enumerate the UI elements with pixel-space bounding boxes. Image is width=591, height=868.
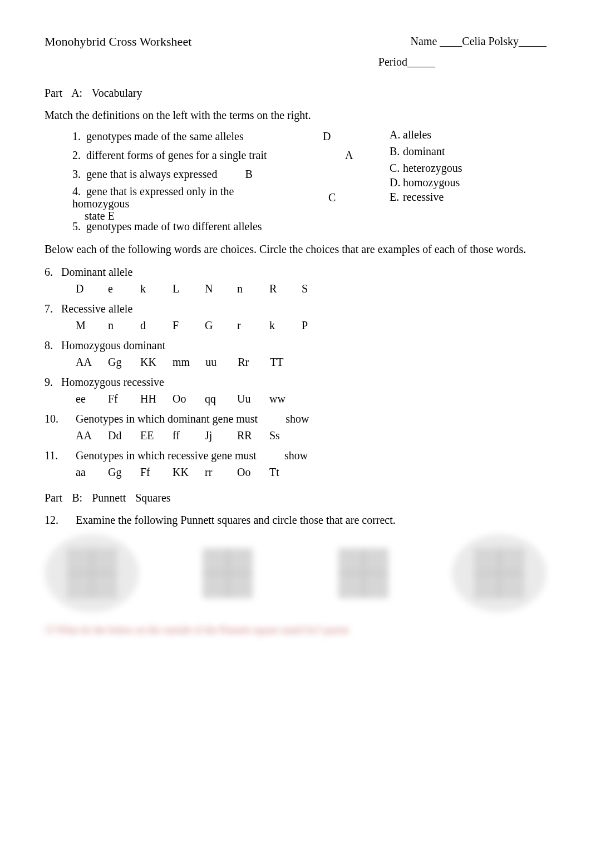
part-a-part: Part	[45, 87, 62, 99]
period-row: Period_____	[45, 54, 546, 70]
q7-choices: M n d F G r k P	[45, 318, 546, 333]
q8-c2: KK	[140, 354, 157, 370]
q6: 6.Dominant allele D e k L N n R S	[45, 264, 546, 296]
q11-choices: aa Gg Ff KK rr Oo Tt	[45, 464, 546, 480]
q6-title: Dominant allele	[61, 266, 132, 278]
punnett-3	[316, 534, 411, 612]
q6-num: 6.	[45, 264, 61, 280]
q11: 11. Genotypes in which recessive gene mu…	[45, 448, 546, 480]
q9-num: 9.	[45, 374, 61, 390]
q7-c2: d	[140, 318, 157, 333]
q9-c4: qq	[205, 391, 221, 406]
term-d-text: homozygous	[403, 176, 460, 189]
punnett-4	[452, 534, 546, 612]
def-4-num: 4.	[72, 185, 81, 197]
student-name: Celia Polsky	[462, 35, 519, 47]
part-b-heading: Part B: Punnett Squares	[45, 490, 546, 505]
q6-c0: D	[76, 281, 92, 296]
term-e-text: recessive	[403, 191, 444, 203]
punnett-1	[45, 534, 139, 612]
def-1: 1. genotypes made of the same alleles	[72, 128, 289, 144]
q9-c1: Ff	[108, 391, 125, 406]
term-d-letter: D.	[390, 176, 403, 189]
def-1-text: genotypes made of the same alleles	[86, 130, 244, 142]
q10-num: 10.	[45, 411, 65, 426]
q8-c4: uu	[205, 354, 222, 370]
def-4-text: gene that is expressed only in the homoz…	[72, 185, 234, 210]
q11-c1: Gg	[108, 464, 125, 480]
terms-list: A.alleles B.dominant C.heterozygous D.ho…	[390, 128, 546, 237]
q10-title: Genotypes in which dominant gene must	[76, 411, 258, 426]
circle-instructions: Below each of the following words are ch…	[45, 242, 546, 256]
name-line: Name ____Celia Polsky_____	[411, 33, 546, 51]
q11-c5: Oo	[237, 464, 254, 480]
q7-c1: n	[108, 318, 125, 333]
part-a-letter: A:	[71, 87, 82, 99]
q10-c4: Jj	[205, 428, 221, 443]
part-b-text2: Squares	[135, 492, 170, 504]
q10-c0: AA	[76, 428, 92, 443]
q7-num: 7.	[45, 301, 61, 316]
punnett-squares-row	[45, 534, 546, 612]
q9-c6: ww	[269, 391, 286, 406]
q8-c1: Gg	[108, 354, 125, 370]
def-5-num: 5.	[72, 220, 81, 232]
def-1-num: 1.	[72, 130, 81, 142]
q10-c2: EE	[140, 428, 157, 443]
def-2-num: 2.	[72, 149, 81, 161]
q12-num: 12.	[45, 512, 65, 528]
name-trail: _____	[519, 35, 546, 47]
q9-c5: Uu	[237, 391, 254, 406]
q12: 12. Examine the following Punnett square…	[45, 512, 546, 528]
q8-c3: mm	[173, 354, 190, 370]
term-e-letter: E.	[390, 191, 403, 203]
q7-c6: k	[269, 318, 286, 333]
part-b-part: Part	[45, 492, 62, 504]
definitions-list: 1. genotypes made of the same alleles 2.…	[45, 128, 289, 237]
q8-title: Homozygous dominant	[61, 339, 165, 351]
q11-title: Genotypes in which recessive gene must	[76, 448, 257, 463]
q10-c3: ff	[173, 428, 189, 443]
q13-blurred: 13 What do the letters on the outside of…	[45, 623, 546, 637]
q8-c5: Rr	[238, 354, 254, 370]
def-3-text: gene that is always expressed	[86, 168, 217, 180]
period-label: Period_____	[378, 56, 435, 68]
q6-c1: e	[108, 281, 125, 296]
term-e: E.recessive	[390, 191, 546, 203]
term-c-text: heterozygous	[403, 162, 462, 174]
q8-choices: AA Gg KK mm uu Rr TT	[45, 354, 546, 370]
q11-c6: Tt	[269, 464, 286, 480]
q10-c1: Dd	[108, 428, 125, 443]
term-a-letter: A.	[390, 128, 403, 141]
header-row: Monohybrid Cross Worksheet Name ____Celi…	[45, 33, 546, 51]
q9-choices: ee Ff HH Oo qq Uu ww	[45, 391, 546, 406]
q6-c7: S	[302, 281, 318, 296]
term-a: A.alleles	[390, 128, 546, 141]
q8: 8.Homozygous dominant AA Gg KK mm uu Rr …	[45, 338, 546, 370]
q6-c3: L	[173, 281, 189, 296]
part-a-text: Vocabulary	[92, 87, 142, 99]
q6-c2: k	[140, 281, 157, 296]
q9-title: Homozygous recessive	[61, 376, 164, 388]
q7-c4: G	[205, 318, 221, 333]
term-a-text: alleles	[403, 128, 431, 141]
worksheet-title: Monohybrid Cross Worksheet	[45, 33, 191, 51]
name-label: Name ____	[411, 35, 462, 47]
def-3-ans-inline: B	[245, 168, 252, 180]
q7-c5: r	[237, 318, 254, 333]
ans-4	[267, 171, 334, 187]
q12-text: Examine the following Punnett squares an…	[76, 512, 396, 528]
q7-title: Recessive allele	[61, 302, 132, 315]
q10-choices: AA Dd EE ff Jj RR Ss	[45, 428, 546, 443]
punnett-2	[180, 534, 275, 612]
def-2-text: different forms of genes for a single tr…	[86, 149, 267, 161]
ans-1: D	[306, 128, 373, 145]
def-4: 4. gene that is expressed only in the ho…	[72, 185, 289, 222]
q10-c5: RR	[237, 428, 254, 443]
q6-c5: n	[237, 281, 254, 296]
term-b-letter: B.	[390, 145, 403, 157]
part-b-text1: Punnett	[92, 492, 126, 504]
q9-c3: Oo	[173, 391, 189, 406]
def-3: 3. gene that is always expressed B	[72, 166, 289, 182]
q7: 7.Recessive allele M n d F G r k P	[45, 301, 546, 333]
